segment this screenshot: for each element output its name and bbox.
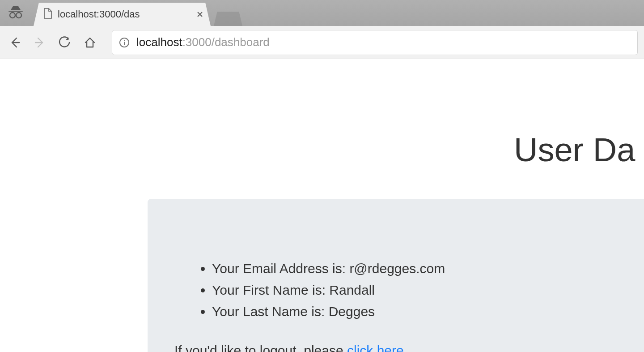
list-item: Your Email Address is: r@rdegges.com bbox=[212, 258, 617, 279]
dashboard-panel: Your Email Address is: r@rdegges.com You… bbox=[148, 199, 644, 352]
new-tab-button[interactable] bbox=[214, 12, 242, 26]
logout-text: If you'd like to logout, please click he… bbox=[174, 343, 617, 352]
page-icon bbox=[43, 8, 52, 21]
first-name-label: Your First Name is: bbox=[212, 283, 329, 297]
logout-link[interactable]: click here bbox=[347, 343, 404, 352]
home-button[interactable] bbox=[81, 34, 98, 51]
email-label: Your Email Address is: bbox=[212, 261, 349, 276]
page-content: User Da Your Email Address is: r@rdegges… bbox=[0, 59, 644, 352]
site-info-icon[interactable] bbox=[119, 37, 130, 48]
browser-toolbar: localhost:3000/dashboard bbox=[0, 26, 644, 59]
list-item: Your Last Name is: Degges bbox=[212, 301, 617, 322]
url-path: :3000/dashboard bbox=[182, 35, 270, 49]
url-text: localhost:3000/dashboard bbox=[136, 35, 270, 49]
logout-suffix: . bbox=[404, 343, 407, 352]
last-name-label: Your Last Name is: bbox=[212, 304, 329, 319]
page-title: User Da bbox=[514, 131, 635, 169]
tab-title: localhost:3000/das bbox=[58, 9, 190, 20]
logout-prefix: If you'd like to logout, please bbox=[174, 343, 347, 352]
browser-tab-active[interactable]: localhost:3000/das bbox=[34, 3, 211, 26]
incognito-indicator bbox=[0, 0, 31, 26]
svg-point-1 bbox=[16, 13, 21, 18]
list-item: Your First Name is: Randall bbox=[212, 279, 617, 301]
browser-tab-strip: localhost:3000/das bbox=[0, 0, 644, 26]
email-value: r@rdegges.com bbox=[349, 261, 445, 276]
back-button[interactable] bbox=[6, 34, 23, 51]
address-bar[interactable]: localhost:3000/dashboard bbox=[112, 30, 638, 55]
first-name-value: Randall bbox=[329, 283, 375, 297]
incognito-icon bbox=[7, 4, 24, 21]
reload-button[interactable] bbox=[56, 34, 73, 51]
url-host: localhost bbox=[136, 35, 182, 49]
tab-close-button[interactable] bbox=[195, 10, 204, 19]
svg-point-0 bbox=[10, 13, 15, 18]
forward-button[interactable] bbox=[31, 34, 48, 51]
user-info-list: Your Email Address is: r@rdegges.com You… bbox=[174, 258, 617, 322]
last-name-value: Degges bbox=[329, 304, 375, 319]
